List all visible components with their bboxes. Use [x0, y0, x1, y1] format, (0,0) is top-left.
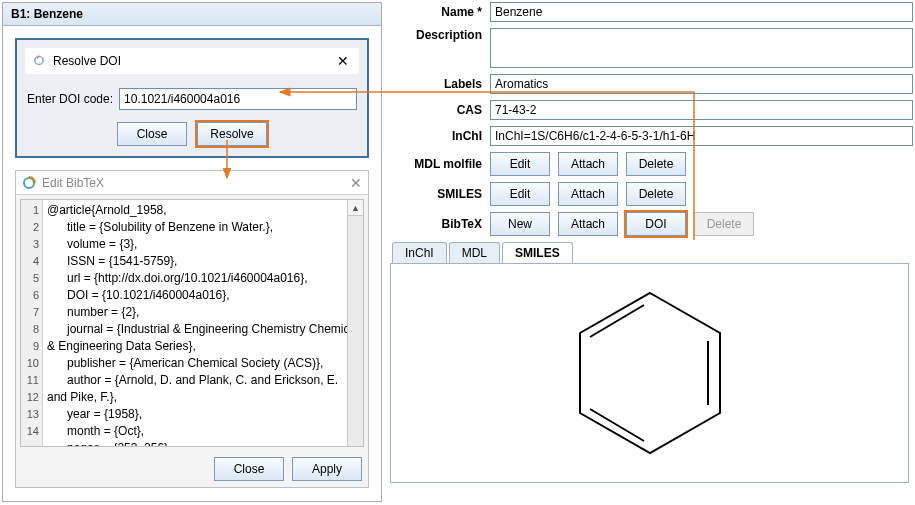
labels-label: Labels	[390, 77, 490, 91]
inchi-input[interactable]	[490, 126, 913, 146]
bibtex-titlebar: Edit BibTeX ✕	[16, 171, 368, 195]
resolve-button[interactable]: Resolve	[197, 122, 267, 146]
resolve-close-button[interactable]: Close	[117, 122, 187, 146]
doi-label: Enter DOI code:	[27, 92, 113, 106]
svg-marker-1	[580, 293, 720, 453]
description-label: Description	[390, 28, 490, 42]
tab-smiles[interactable]: SMILES	[502, 242, 573, 263]
bibtex-editor[interactable]: 1 2 3 4 5 6 7 8 9 10 11 12 13 14 @articl…	[20, 199, 364, 447]
doi-input[interactable]	[119, 88, 357, 110]
mdl-edit-button[interactable]: Edit	[490, 152, 550, 176]
tab-inchi[interactable]: InChI	[392, 242, 447, 263]
mdl-label: MDL molfile	[390, 157, 490, 171]
bibtex-attach-button[interactable]: Attach	[558, 212, 618, 236]
mdl-attach-button[interactable]: Attach	[558, 152, 618, 176]
resolve-doi-dialog: Resolve DOI ✕ Enter DOI code: Close Reso…	[15, 38, 369, 158]
scroll-up-arrow-icon[interactable]: ▲	[348, 200, 363, 216]
left-panel: B1: Benzene Resolve DOI ✕ Enter DOI code…	[2, 2, 382, 502]
inchi-label: InChI	[390, 129, 490, 143]
left-panel-title: B1: Benzene	[3, 3, 381, 26]
properties-panel: Name * Description Labels CAS InChI MDL …	[390, 2, 913, 503]
description-input[interactable]	[490, 28, 913, 68]
smiles-label: SMILES	[390, 187, 490, 201]
bibtex-close-button[interactable]: Close	[214, 457, 284, 481]
svg-point-0	[24, 178, 34, 188]
bibtex-new-button[interactable]: New	[490, 212, 550, 236]
bibtex-doi-button[interactable]: DOI	[626, 212, 686, 236]
labels-input[interactable]	[490, 74, 913, 94]
bibtex-close-icon[interactable]: ✕	[350, 175, 362, 191]
smiles-attach-button[interactable]: Attach	[558, 182, 618, 206]
smiles-edit-button[interactable]: Edit	[490, 182, 550, 206]
edit-bibtex-window: Edit BibTeX ✕ 1 2 3 4 5 6 7 8 9 10 11 12…	[15, 170, 369, 488]
bibtex-delete-button: Delete	[694, 212, 754, 236]
mdl-delete-button[interactable]: Delete	[626, 152, 686, 176]
cas-input[interactable]	[490, 100, 913, 120]
svg-line-4	[590, 305, 644, 337]
structure-tabs: InChI MDL SMILES	[392, 242, 913, 263]
java-cup-icon	[31, 53, 47, 69]
name-input[interactable]	[490, 2, 913, 22]
name-label: Name *	[390, 5, 490, 19]
resolve-doi-titlebar: Resolve DOI ✕	[25, 48, 359, 74]
bibtex-title: Edit BibTeX	[42, 176, 104, 190]
bibtex-label: BibTeX	[390, 217, 490, 231]
benzene-structure-icon	[550, 273, 750, 473]
close-icon[interactable]: ✕	[333, 53, 353, 69]
editor-scrollbar[interactable]: ▲	[347, 200, 363, 446]
smiles-delete-button[interactable]: Delete	[626, 182, 686, 206]
editor-textarea[interactable]: @article{Arnold_1958, title = {Solubilit…	[43, 200, 363, 446]
tab-mdl[interactable]: MDL	[449, 242, 500, 263]
svg-line-3	[590, 409, 644, 441]
resolve-doi-title: Resolve DOI	[53, 54, 333, 68]
bibtex-apply-button[interactable]: Apply	[292, 457, 362, 481]
molecule-view	[390, 263, 909, 483]
cas-label: CAS	[390, 103, 490, 117]
app-ring-icon	[22, 176, 36, 190]
editor-gutter: 1 2 3 4 5 6 7 8 9 10 11 12 13 14	[21, 200, 43, 446]
